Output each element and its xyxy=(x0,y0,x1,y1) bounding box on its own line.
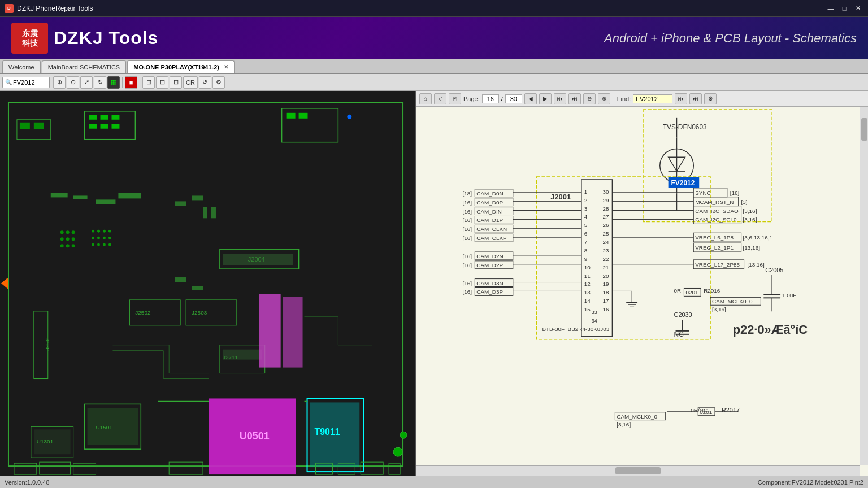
page-last-button[interactable]: ⏭ xyxy=(568,93,581,104)
schematic-hscroll[interactable] xyxy=(416,465,860,476)
find-settings-button[interactable]: ⚙ xyxy=(704,93,717,104)
svg-text:1: 1 xyxy=(584,189,588,195)
svg-text:R2016: R2016 xyxy=(704,287,721,294)
svg-point-77 xyxy=(400,432,407,438)
tab-welcome[interactable]: Welcome xyxy=(2,60,41,73)
svg-text:J2001: J2001 xyxy=(550,193,571,201)
svg-text:[3,6,13,16,1: [3,6,13,16,1 xyxy=(743,234,773,241)
svg-text:[16]: [16] xyxy=(463,253,472,259)
svg-text:30: 30 xyxy=(603,189,610,195)
svg-text:24: 24 xyxy=(603,239,610,245)
settings-button[interactable]: ⚙ xyxy=(212,76,225,89)
window-controls: — □ ✕ xyxy=(825,3,863,14)
zoom-fit-button[interactable]: ⤢ xyxy=(80,76,93,89)
tabbar: Welcome MainBoard SCHEMATICS MO-ONE P30P… xyxy=(0,59,868,74)
svg-text:FV2012: FV2012 xyxy=(671,179,695,187)
tagline: Android + iPhone & PCB Layout - Schemati… xyxy=(604,31,857,46)
svg-text:CAM_D2P: CAM_D2P xyxy=(476,262,503,268)
zoom-out-button[interactable]: ⊖ xyxy=(67,76,79,89)
sch-home-button[interactable]: ⌂ xyxy=(419,93,432,104)
main-area: J2004 J2501 J2502 J2503 J2711 U0501 xyxy=(0,91,868,476)
svg-rect-79 xyxy=(192,195,203,200)
pcb-view[interactable]: J2004 J2501 J2502 J2503 J2711 U0501 xyxy=(0,91,416,476)
svg-rect-9 xyxy=(89,124,97,129)
find-area: Find: ⏮ ⏭ ⚙ xyxy=(617,93,717,104)
svg-point-45 xyxy=(60,230,64,234)
svg-rect-18 xyxy=(223,254,293,265)
svg-text:12: 12 xyxy=(584,281,591,287)
svg-point-76 xyxy=(393,447,402,456)
svg-text:C2005: C2005 xyxy=(765,267,783,273)
svg-text:CAM_MCLK0_0: CAM_MCLK0_0 xyxy=(617,413,657,420)
svg-text:BTB-30F_BB2R4-30K8J03: BTB-30F_BB2R4-30K8J03 xyxy=(542,326,609,332)
svg-rect-13 xyxy=(287,113,296,119)
view-btn-3[interactable]: ⊡ xyxy=(170,76,182,89)
page-prev-button[interactable]: ◀ xyxy=(524,93,537,104)
svg-text:[16]: [16] xyxy=(463,289,472,295)
svg-point-50 xyxy=(72,237,75,241)
svg-text:U0501: U0501 xyxy=(240,430,270,442)
tab-mo-one[interactable]: MO-ONE P30PLAY(XT1941-2) ✕ xyxy=(127,60,235,73)
svg-point-48 xyxy=(60,237,64,241)
titlebar: D DZKJ PhoneRepair Tools — □ ✕ xyxy=(0,0,868,17)
svg-text:[13,16]: [13,16] xyxy=(743,245,761,251)
maximize-button[interactable]: □ xyxy=(839,3,850,14)
page-first-button[interactable]: ⏮ xyxy=(554,93,566,104)
close-button[interactable]: ✕ xyxy=(852,3,863,14)
search-box[interactable]: 🔍 xyxy=(2,77,50,88)
svg-point-53 xyxy=(72,244,75,247)
svg-text:MCAM_RST_N: MCAM_RST_N xyxy=(695,199,734,205)
sch-zoom-in-button[interactable]: ⊕ xyxy=(598,93,610,104)
svg-text:9: 9 xyxy=(584,256,588,262)
sch-prev-button[interactable]: ◁ xyxy=(434,93,446,104)
svg-text:CAM_D1P: CAM_D1P xyxy=(476,217,503,223)
refresh-button[interactable]: ↺ xyxy=(199,76,211,89)
svg-text:10: 10 xyxy=(584,264,591,271)
find-next-button[interactable]: ⏭ xyxy=(689,93,702,104)
view-btn-2[interactable]: ⊟ xyxy=(156,76,168,89)
svg-text:4: 4 xyxy=(584,213,588,220)
layer-toggle-button[interactable]: ▦ xyxy=(107,76,120,89)
rotate-button[interactable]: ↻ xyxy=(94,76,106,89)
tab-mainboard[interactable]: MainBoard SCHEMATICS xyxy=(42,60,127,73)
svg-rect-81 xyxy=(192,286,203,290)
find-prev-button[interactable]: ⏮ xyxy=(675,93,687,104)
svg-rect-6 xyxy=(89,115,97,120)
svg-text:22: 22 xyxy=(603,256,610,262)
svg-text:[16]: [16] xyxy=(463,199,472,206)
svg-text:13: 13 xyxy=(584,289,591,295)
logo-cn2: 科技 xyxy=(22,38,38,48)
minimize-button[interactable]: — xyxy=(825,3,836,14)
page-next-button[interactable]: ▶ xyxy=(539,93,552,104)
svg-text:[16]: [16] xyxy=(463,217,472,223)
find-input[interactable] xyxy=(633,94,672,103)
svg-point-63 xyxy=(97,243,100,246)
brand-name: DZKJ Tools xyxy=(54,28,158,49)
view-btn-1[interactable]: ⊞ xyxy=(142,76,155,89)
logo-box: 东震 科技 xyxy=(11,23,48,54)
schematic-view: ⌂ ◁ ⎘ Page: 16 / 30 ◀ ▶ ⏮ ⏭ ⊖ ⊕ Find: ⏮ … xyxy=(416,91,868,476)
color-btn-red[interactable]: ■ xyxy=(125,76,137,89)
svg-point-52 xyxy=(66,244,70,247)
svg-text:CAM_CLKN: CAM_CLKN xyxy=(476,226,507,232)
svg-text:20: 20 xyxy=(603,273,610,279)
cr-button[interactable]: CR xyxy=(183,76,198,89)
svg-text:VREG_L6_1P8: VREG_L6_1P8 xyxy=(695,234,734,241)
schematic-vscroll[interactable] xyxy=(860,107,868,465)
search-input[interactable] xyxy=(13,79,47,86)
svg-text:CAM_D0P: CAM_D0P xyxy=(476,199,503,206)
svg-point-61 xyxy=(108,237,111,239)
tab-close-icon[interactable]: ✕ xyxy=(224,64,228,70)
svg-text:19: 19 xyxy=(603,281,610,287)
svg-text:CAM_MCLK0_0: CAM_MCLK0_0 xyxy=(712,298,753,304)
svg-rect-8 xyxy=(111,115,119,120)
logo-cn1: 东震 xyxy=(22,29,38,38)
svg-text:29: 29 xyxy=(603,197,610,203)
svg-text:28: 28 xyxy=(603,206,610,212)
sch-zoom-out-button[interactable]: ⊖ xyxy=(583,93,596,104)
svg-text:0201: 0201 xyxy=(700,409,713,415)
find-label: Find: xyxy=(617,95,631,102)
svg-point-55 xyxy=(97,230,100,233)
zoom-in-button[interactable]: ⊕ xyxy=(53,76,66,89)
sch-copy-button[interactable]: ⎘ xyxy=(449,93,461,104)
